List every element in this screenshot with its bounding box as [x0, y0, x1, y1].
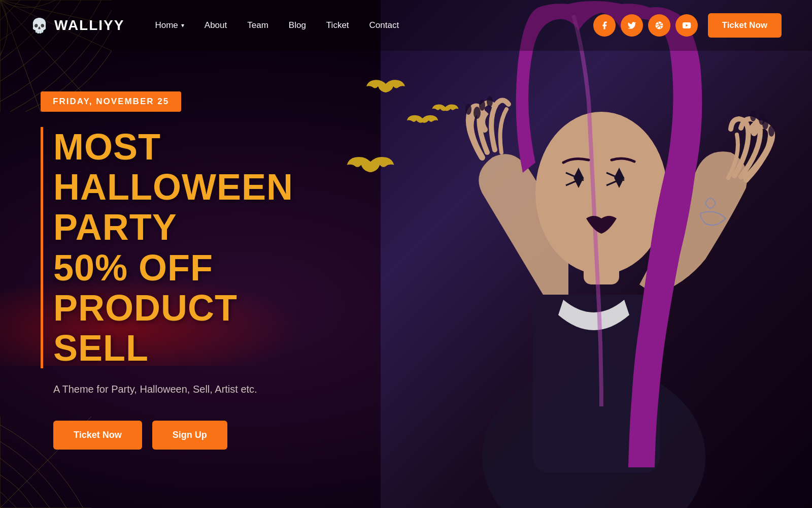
- facebook-button[interactable]: [593, 14, 616, 37]
- hero-title: MOST HALLOWEEN PARTY 50% OFF PRODUCT SEL…: [41, 127, 315, 368]
- svg-point-21: [487, 96, 493, 107]
- svg-point-24: [759, 114, 765, 125]
- dribbble-button[interactable]: [648, 14, 670, 37]
- hero-title-line1: MOST HALLOWEEN PARTY: [53, 126, 293, 247]
- nav-blog-link[interactable]: Blog: [289, 20, 306, 30]
- bat-1-icon: [365, 76, 406, 99]
- hero-image: [381, 0, 812, 508]
- svg-point-25: [750, 110, 756, 121]
- svg-point-17: [535, 112, 667, 274]
- nav-ticket-link[interactable]: Ticket: [326, 20, 349, 30]
- skull-icon: 💀: [30, 17, 49, 34]
- logo: 💀 WALLIYY: [30, 17, 124, 34]
- signup-button[interactable]: Sign Up: [152, 421, 227, 450]
- nav-home-link[interactable]: Home ▾: [155, 20, 184, 30]
- ticket-now-nav-button[interactable]: Ticket Now: [708, 13, 782, 38]
- ticket-now-hero-button[interactable]: Ticket Now: [53, 421, 142, 450]
- svg-point-18: [473, 107, 481, 119]
- date-badge: FRIDAY, NOVEMBER 25: [41, 91, 181, 112]
- nav-home-label: Home: [155, 20, 178, 30]
- navbar: 💀 WALLIYY Home ▾ About Team Blog Ticket …: [0, 0, 812, 51]
- bat-4-icon: [431, 102, 459, 118]
- hero-subtitle: A Theme for Party, Halloween, Sell, Arti…: [53, 384, 315, 395]
- logo-text: WALLIYY: [54, 17, 124, 34]
- social-icons: [593, 14, 698, 37]
- twitter-button[interactable]: [621, 14, 643, 37]
- hero-title-line2: 50% OFF PRODUCT SELL: [53, 247, 238, 368]
- nav-links: Home ▾ About Team Blog Ticket Contact: [155, 20, 593, 30]
- nav-contact-link[interactable]: Contact: [369, 20, 399, 30]
- hero-buttons: Ticket Now Sign Up: [53, 421, 315, 450]
- youtube-button[interactable]: [675, 14, 698, 37]
- svg-point-19: [465, 104, 471, 115]
- chevron-down-icon: ▾: [181, 22, 184, 29]
- svg-point-23: [768, 125, 774, 137]
- hero-content: FRIDAY, NOVEMBER 25 MOST HALLOWEEN PARTY…: [0, 51, 355, 450]
- svg-point-20: [479, 100, 485, 111]
- nav-team-link[interactable]: Team: [247, 20, 268, 30]
- nav-about-link[interactable]: About: [205, 20, 227, 30]
